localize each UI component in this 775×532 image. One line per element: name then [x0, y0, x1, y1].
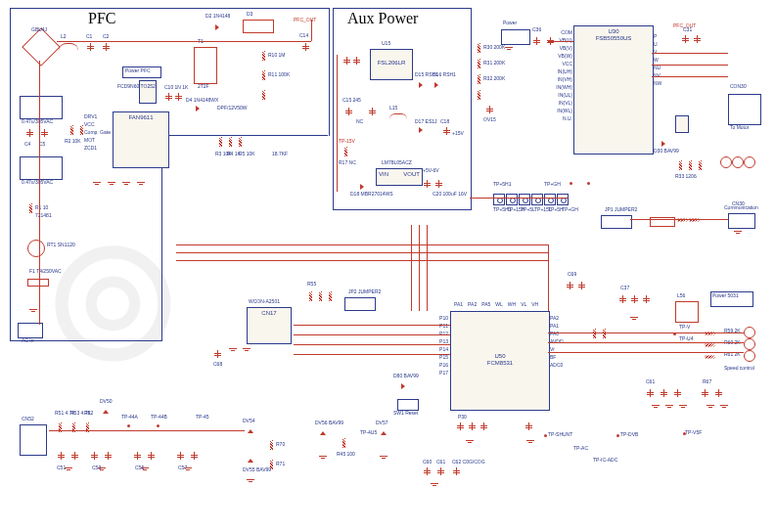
- schematic-canvas: ⊚ PFC Aux Power GBU4J L2 C1 C2 D2 1N4148…: [0, 0, 775, 532]
- r3: [219, 137, 222, 147]
- jp1-jumper: [601, 215, 632, 229]
- label-gbu4j: GBU4J: [31, 27, 47, 32]
- r1: [29, 203, 32, 213]
- t1: [194, 47, 217, 84]
- d80: [401, 383, 405, 389]
- pfc-bottom-seg: [161, 135, 328, 136]
- f1: [27, 279, 49, 287]
- cn17-header: CN17: [247, 307, 292, 344]
- r4: [229, 137, 232, 147]
- ac-in-connector: [18, 323, 43, 338]
- dv50: [103, 410, 109, 414]
- header-6pin: [493, 194, 569, 205]
- t30: [675, 115, 689, 133]
- u16-regulator: VINVOUT: [376, 168, 423, 186]
- u50-mcu: U50FCM8531: [450, 311, 550, 411]
- net-bus-1: [176, 244, 548, 245]
- l56-choke: [675, 301, 699, 323]
- communication-connector: [728, 213, 755, 229]
- label-l2: L2: [61, 34, 67, 39]
- d18: [360, 184, 364, 190]
- c11: [178, 93, 179, 101]
- aux-title: Aux Power: [347, 10, 418, 27]
- earth-gnd: [29, 309, 37, 315]
- d3: [243, 20, 274, 33]
- c1: [90, 43, 91, 51]
- cn52-connector: [20, 424, 47, 456]
- jp2-jumper: [344, 297, 376, 311]
- net-pfc-top: [57, 41, 311, 42]
- con30-motor: [728, 94, 761, 125]
- pfc-title: PFC: [88, 10, 115, 27]
- r5: [239, 137, 242, 147]
- rt1: [27, 240, 45, 257]
- d16: [434, 82, 438, 88]
- l2-inductor: [59, 43, 78, 52]
- d30: [661, 141, 665, 147]
- d15: [419, 82, 423, 88]
- power-connector: [501, 29, 530, 45]
- c10: [168, 93, 169, 101]
- r12: [262, 90, 265, 100]
- lc-filter-1: [20, 96, 63, 119]
- r11: [262, 70, 265, 80]
- r10: [262, 51, 265, 61]
- dv55: [248, 459, 253, 463]
- u15-chip: FSL206LR: [370, 49, 413, 80]
- lc-filter-2: [20, 156, 63, 180]
- d4: [196, 106, 200, 111]
- u1-pfc-controller: FAN9611: [113, 111, 169, 168]
- c2: [106, 43, 107, 51]
- u30-ipm: U30FSB50550US: [573, 25, 654, 155]
- d17: [419, 127, 423, 133]
- dv54: [248, 429, 253, 433]
- c14: [305, 43, 306, 51]
- d2: [215, 24, 219, 30]
- l15: [389, 113, 407, 120]
